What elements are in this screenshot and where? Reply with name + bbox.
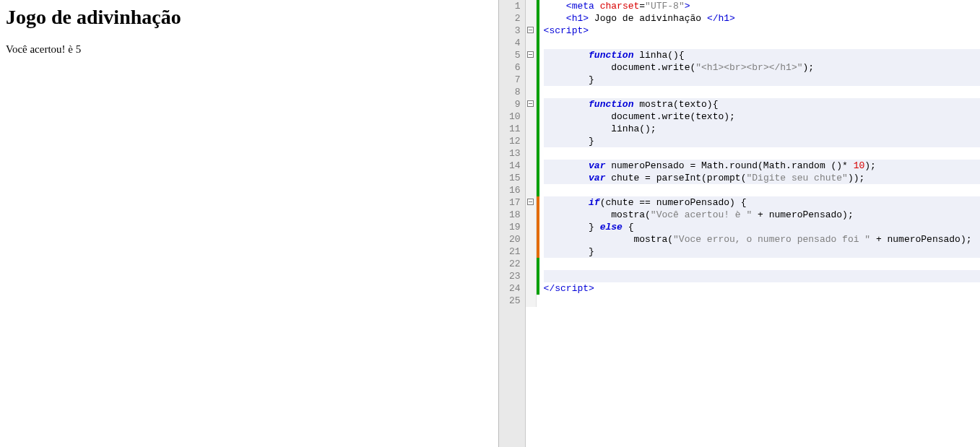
line-number: 22: [509, 258, 521, 270]
code-line[interactable]: [544, 37, 980, 49]
code-line[interactable]: function linha(){: [544, 49, 980, 61]
editor-pane: 1234567891011121314151617181920212223242…: [498, 0, 980, 447]
line-number: 4: [509, 37, 521, 49]
code-line[interactable]: [544, 258, 980, 270]
code-line[interactable]: <script>: [544, 25, 980, 37]
line-number: 13: [509, 147, 521, 160]
code-line[interactable]: [544, 184, 980, 196]
editor-inner: 1234567891011121314151617181920212223242…: [499, 0, 980, 447]
line-number: 19: [509, 221, 521, 233]
code-line[interactable]: mostra("Voce errou, o numero pensado foi…: [544, 233, 980, 246]
line-number: 21: [509, 246, 521, 258]
code-line[interactable]: linha();: [544, 123, 980, 135]
line-number: 10: [509, 110, 521, 123]
code-line[interactable]: var numeroPensado = Math.round(Math.rand…: [544, 160, 980, 172]
line-number: 5: [509, 49, 521, 61]
code-line[interactable]: function mostra(texto){: [544, 98, 980, 110]
line-number: 8: [509, 86, 521, 98]
preview-pane: Jogo de adivinhação Você acertou! è 5: [0, 0, 498, 447]
code-line[interactable]: <meta charset="UTF-8">: [544, 0, 980, 12]
line-number-gutter: 1234567891011121314151617181920212223242…: [499, 0, 526, 447]
fold-toggle-icon[interactable]: [527, 51, 534, 58]
change-bar-column: [537, 0, 539, 307]
fold-toggle-icon[interactable]: [527, 27, 534, 33]
fold-column[interactable]: [526, 0, 537, 307]
line-number: 9: [509, 98, 521, 110]
code-line[interactable]: document.write("<h1><br><br></h1>");: [544, 61, 980, 74]
line-number: 18: [509, 209, 521, 221]
line-number: 14: [509, 160, 521, 172]
line-number: 23: [509, 270, 521, 282]
code-line[interactable]: } else {: [544, 221, 980, 233]
line-number: 20: [509, 233, 521, 246]
change-bar-modified: [537, 196, 539, 258]
code-line[interactable]: mostra("Você acertou! è " + numeroPensad…: [544, 209, 980, 221]
preview-message: Você acertou! è 5: [6, 43, 493, 56]
change-bar-saved: [537, 258, 539, 295]
code-line[interactable]: [544, 86, 980, 98]
app-root: Jogo de adivinhação Você acertou! è 5 12…: [0, 0, 980, 447]
line-number: 2: [509, 12, 521, 25]
code-line[interactable]: if(chute == numeroPensado) {: [544, 196, 980, 209]
line-number: 7: [509, 74, 521, 86]
code-line[interactable]: document.write(texto);: [544, 110, 980, 123]
code-line[interactable]: [544, 270, 980, 282]
line-number: 17: [509, 196, 521, 209]
code-line[interactable]: }: [544, 74, 980, 86]
line-number: 6: [509, 61, 521, 74]
code-area[interactable]: <meta charset="UTF-8"> <h1> Jogo de adiv…: [539, 0, 980, 447]
change-bar-saved: [537, 0, 539, 196]
code-line[interactable]: var chute = parseInt(prompt("Digite seu …: [544, 172, 980, 184]
line-number: 11: [509, 123, 521, 135]
line-number: 12: [509, 135, 521, 147]
code-line[interactable]: <h1> Jogo de adivinhação </h1>: [544, 12, 980, 25]
line-number: 24: [509, 282, 521, 295]
code-line[interactable]: [544, 147, 980, 160]
code-line[interactable]: [544, 295, 980, 307]
line-number: 16: [509, 184, 521, 196]
code-line[interactable]: }: [544, 135, 980, 147]
code-line[interactable]: }: [544, 246, 980, 258]
line-number: 25: [509, 295, 521, 307]
fold-toggle-icon[interactable]: [527, 100, 534, 107]
fold-toggle-icon[interactable]: [527, 199, 534, 205]
code-line[interactable]: </script>: [544, 282, 980, 295]
editor-scroll-area[interactable]: 1234567891011121314151617181920212223242…: [499, 0, 980, 447]
line-number: 15: [509, 172, 521, 184]
line-number: 3: [509, 25, 521, 37]
page-title: Jogo de adivinhação: [6, 6, 493, 29]
line-number: 1: [509, 0, 521, 12]
